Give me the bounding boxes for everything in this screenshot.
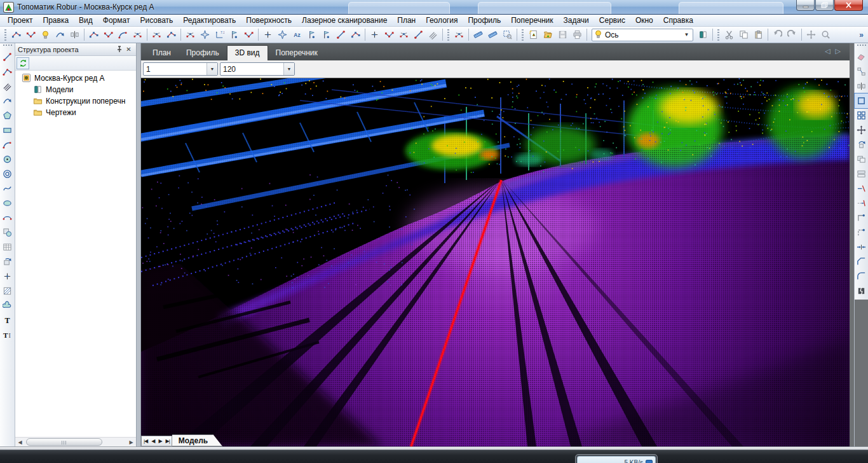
reverse-segment-icon[interactable] — [130, 28, 145, 42]
offset-icon[interactable] — [855, 167, 868, 181]
array-icon[interactable] — [855, 108, 868, 123]
zoom-region-icon[interactable] — [500, 28, 515, 42]
close-button[interactable] — [834, 0, 863, 11]
tree-item-2[interactable]: Модели — [15, 84, 136, 95]
add-vertex-icon[interactable] — [86, 28, 101, 42]
divide-points-icon[interactable] — [24, 28, 38, 42]
ruler-angle-icon[interactable] — [485, 28, 500, 42]
menu-item-13[interactable]: Задачи — [559, 15, 594, 26]
menu-item-11[interactable]: Профиль — [463, 15, 506, 26]
sheet-nav-1[interactable]: |◀ — [144, 438, 147, 444]
rectangle-icon[interactable] — [1, 123, 15, 137]
table-icon[interactable] — [1, 240, 15, 254]
scroll-right-icon[interactable]: ▶ — [126, 438, 136, 447]
copy-icon[interactable] — [736, 28, 751, 42]
ruler-icon[interactable] — [471, 28, 485, 42]
region-transform-icon[interactable] — [1, 254, 15, 269]
close-icon[interactable]: ✕ — [124, 45, 133, 54]
cross-nodes-icon[interactable] — [198, 28, 212, 42]
polygon-icon[interactable] — [1, 108, 15, 123]
point-icon[interactable] — [1, 269, 15, 284]
delete-point-icon[interactable] — [397, 28, 411, 42]
scrollbar-thumb[interactable] — [26, 438, 102, 446]
scale-select[interactable]: 120 ▼ — [220, 62, 295, 76]
redo-icon[interactable] — [785, 28, 799, 42]
vertical-points-icon[interactable] — [67, 28, 82, 42]
menu-item-7[interactable]: Поверхность — [241, 15, 297, 26]
text-vertical-icon[interactable]: TI — [1, 328, 15, 342]
break-icon[interactable] — [855, 284, 868, 298]
save-icon[interactable] — [555, 28, 570, 42]
erase-icon[interactable] — [855, 50, 868, 64]
undo-icon[interactable] — [770, 28, 785, 42]
view-tab-3[interactable]: 3D вид — [227, 45, 268, 60]
trim-icon[interactable] — [855, 181, 868, 196]
corner-rect-icon[interactable] — [855, 211, 868, 225]
toolbar-grip[interactable] — [857, 45, 866, 48]
minimize-button[interactable] — [796, 0, 815, 11]
triangle-height-icon[interactable] — [227, 28, 241, 42]
line-icon[interactable] — [1, 50, 15, 64]
tree-item-4[interactable]: Чертежи — [15, 107, 136, 118]
trace-line-icon[interactable] — [9, 28, 24, 42]
chevron-down-icon[interactable]: ▼ — [207, 63, 217, 75]
ground-level-icon[interactable] — [241, 28, 256, 42]
view-tab-1[interactable]: План — [145, 46, 179, 60]
chevron-down-icon[interactable]: ▼ — [283, 63, 294, 75]
remove-vertex-icon[interactable] — [101, 28, 116, 42]
new-project-icon[interactable] — [526, 28, 541, 42]
open-project-icon[interactable] — [541, 28, 555, 42]
pan-icon[interactable] — [804, 28, 818, 42]
tree-item-3[interactable]: Конструкции поперечн — [15, 95, 136, 107]
toolbar-overflow-icon[interactable]: » — [857, 31, 866, 39]
cut-icon[interactable] — [722, 28, 736, 42]
text-icon[interactable]: T — [1, 313, 15, 328]
layers-book-icon[interactable] — [696, 28, 710, 42]
toolbar-grip[interactable] — [716, 29, 721, 41]
menu-item-15[interactable]: Окно — [630, 15, 658, 26]
tab-scroll-left-icon[interactable]: ◁ — [825, 47, 830, 55]
elevation-label-icon[interactable]: 7.12 — [212, 28, 227, 42]
join-icon[interactable] — [855, 240, 868, 254]
spline-icon[interactable] — [1, 181, 15, 196]
menu-item-2[interactable]: Правка — [38, 15, 74, 26]
pin-icon[interactable] — [114, 45, 124, 54]
revision-cloud-icon[interactable] — [1, 298, 15, 313]
circle-center-icon[interactable] — [1, 152, 15, 167]
menu-item-8[interactable]: Лазерное сканирование — [297, 15, 392, 26]
spline-trace-icon[interactable] — [53, 28, 67, 42]
toolbar-grip[interactable] — [3, 45, 12, 48]
sheet-tab-model[interactable]: Модель — [172, 434, 222, 446]
add-points-icon[interactable] — [367, 28, 382, 42]
polyline-icon[interactable] — [1, 64, 15, 79]
menu-item-10[interactable]: Геология — [421, 15, 463, 26]
menu-item-1[interactable]: Проект — [3, 15, 38, 26]
sheet-nav-3[interactable]: ▶ — [158, 438, 161, 444]
view-tab-2[interactable]: Профиль — [179, 46, 227, 60]
panel-splitter[interactable] — [137, 43, 141, 446]
align-icon[interactable] — [855, 79, 868, 93]
tab-scroll-right-icon[interactable]: ▷ — [836, 47, 841, 55]
paste-point-icon[interactable] — [382, 28, 397, 42]
3d-viewport[interactable]: |◀◀▶▶| Модель — [141, 78, 850, 446]
toolbar-grip[interactable] — [446, 29, 451, 41]
tangent-line-icon[interactable] — [334, 28, 348, 42]
scroll-left-icon[interactable]: ◀ — [15, 438, 25, 447]
sheet-nav-2[interactable]: ◀ — [151, 438, 154, 444]
donut-icon[interactable] — [1, 167, 15, 181]
recalc-chain-icon[interactable] — [452, 28, 466, 42]
corner-open-icon[interactable] — [855, 225, 868, 240]
az-label-icon[interactable]: Az — [290, 28, 304, 42]
compass-rose-icon[interactable] — [275, 28, 290, 42]
cluster-points-icon[interactable] — [183, 28, 198, 42]
menu-item-9[interactable]: План — [392, 15, 421, 26]
region-copy-icon[interactable] — [1, 225, 15, 240]
fillet-icon[interactable] — [855, 269, 868, 284]
menu-item-5[interactable]: Рисовать — [135, 15, 178, 26]
arc-icon[interactable] — [1, 137, 15, 152]
select-rect-icon[interactable] — [855, 93, 868, 108]
arc-segment-icon[interactable] — [116, 28, 130, 42]
ellipse-icon[interactable] — [1, 196, 15, 211]
join-nodes-icon[interactable] — [149, 28, 164, 42]
paste-icon[interactable] — [751, 28, 766, 42]
